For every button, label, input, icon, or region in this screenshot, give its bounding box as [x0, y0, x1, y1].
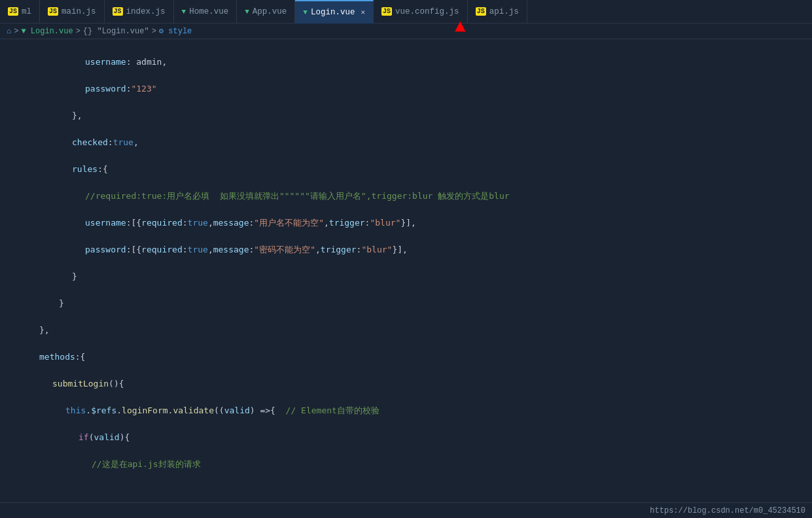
vue-icon: ▼ — [245, 8, 249, 16]
close-icon[interactable]: ✕ — [361, 8, 365, 16]
js-icon: JS — [48, 7, 58, 16]
vue-icon: ▼ — [303, 9, 308, 16]
tab-ml-label: ml — [22, 7, 31, 16]
js-icon: JS — [8, 7, 18, 16]
status-url: https://blog.csdn.net/m0_45234510 — [650, 506, 805, 515]
breadcrumb: ⌂ > ▼ Login.vue > {} "Login.vue" > ⚙ sty… — [0, 24, 812, 39]
breadcrumb-home: ⌂ — [7, 27, 11, 36]
tab-login-vue-label: Login.vue — [311, 8, 355, 17]
tab-home-vue[interactable]: ▼ Home.vue — [174, 0, 238, 24]
main-content: username: admin, password:"123" }, check… — [0, 39, 812, 500]
breadcrumb-sep1: > — [14, 27, 18, 36]
tab-main-js-label: main.js — [62, 7, 96, 16]
tab-vue-config-js[interactable]: JS vue.config.js — [374, 0, 468, 24]
js-icon: JS — [113, 7, 123, 16]
tab-app-vue[interactable]: ▼ App.vue — [237, 0, 295, 24]
breadcrumb-item1: ▼ Login.vue — [21, 27, 73, 36]
tab-login-vue[interactable]: ▼ Login.vue ✕ — [295, 0, 374, 24]
tab-main-js[interactable]: JS main.js — [40, 0, 105, 24]
breadcrumb-item3: ⚙ style — [159, 26, 192, 36]
vue-icon: ▼ — [182, 8, 186, 16]
tab-api-js[interactable]: JS api.js — [468, 0, 527, 24]
tab-vue-config-js-label: vue.config.js — [395, 7, 459, 16]
breadcrumb-item2: {} "Login.vue" — [83, 27, 149, 36]
tab-ml[interactable]: JS ml — [0, 0, 40, 24]
breadcrumb-sep2: > — [76, 27, 80, 36]
tab-index-js[interactable]: JS index.js — [105, 0, 174, 24]
js-icon: JS — [476, 7, 486, 16]
tab-home-vue-label: Home.vue — [189, 7, 228, 16]
red-arrow-indicator: ▲ — [455, 18, 466, 37]
tab-bar: JS ml JS main.js JS index.js ▼ Home.vue … — [0, 0, 812, 24]
status-bar: https://blog.csdn.net/m0_45234510 — [0, 502, 812, 518]
js-icon: JS — [381, 7, 392, 16]
code-editor: username: admin, password:"123" }, check… — [0, 42, 812, 500]
tab-index-js-label: index.js — [126, 7, 166, 16]
tab-app-vue-label: App.vue — [253, 7, 287, 16]
breadcrumb-sep3: > — [152, 27, 156, 36]
tab-api-js-label: api.js — [489, 7, 519, 16]
